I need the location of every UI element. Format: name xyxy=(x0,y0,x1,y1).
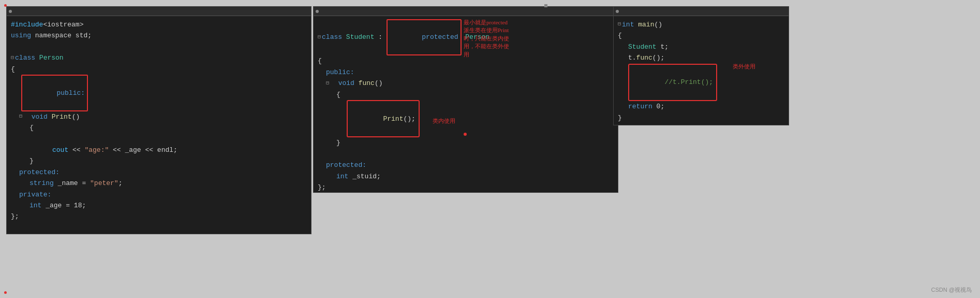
t-var: t; xyxy=(657,41,669,52)
public-keyword: public: xyxy=(56,89,85,97)
void-keyword2: void xyxy=(338,78,359,89)
public-keyword3: public: xyxy=(326,67,354,78)
return-zero: 0; xyxy=(657,101,665,112)
include-keyword: #include xyxy=(11,19,43,30)
brace-open2: { xyxy=(29,122,34,133)
main-func: main xyxy=(638,19,654,30)
int-keyword3: int xyxy=(622,19,638,30)
annotation-inner-use: 类内使用 xyxy=(433,117,455,125)
class-end2: }; xyxy=(318,182,326,193)
stuid-var: _stuid; xyxy=(352,171,381,182)
class-end: }; xyxy=(11,211,19,222)
int-keyword2: int xyxy=(336,171,352,182)
colon-space: : xyxy=(374,32,386,42)
brace-close1: } xyxy=(29,155,34,166)
corner-indicator-tl xyxy=(4,4,7,7)
code-line: cout << "age:" << _age << endl; xyxy=(11,145,307,155)
resize-handle-top[interactable] xyxy=(544,4,547,7)
code-line: public: xyxy=(11,75,307,111)
code-line: t.func(); xyxy=(618,52,784,63)
left-code-body: #include<iostream> using namespace std; … xyxy=(7,16,311,225)
code-line xyxy=(318,149,614,160)
brace-close2: } xyxy=(336,137,340,148)
class-name: Person xyxy=(39,52,64,63)
protected-keyword: protected: xyxy=(19,167,60,178)
left-panel-dot xyxy=(9,10,12,13)
func-name: func xyxy=(359,78,375,89)
code-line xyxy=(11,41,307,52)
commented-print-boxed: //t.Print(); xyxy=(628,64,717,101)
code-line: using namespace std; xyxy=(11,30,307,41)
code-line: } xyxy=(11,155,307,166)
code-line: int _stuid; xyxy=(318,171,614,182)
func-parens2: () xyxy=(375,78,383,89)
print-func: Print xyxy=(52,111,72,122)
brace-open4: { xyxy=(336,89,340,100)
middle-panel-header xyxy=(314,7,618,16)
class-keyword2: class xyxy=(322,32,346,42)
brace-open: { xyxy=(11,64,15,75)
print-parens: (); xyxy=(403,115,415,123)
code-line: }; xyxy=(11,211,307,222)
print-boxed: Print(); xyxy=(347,100,420,137)
public-boxed: public: xyxy=(21,75,88,111)
code-line: ⊟ void Print() xyxy=(11,111,307,122)
code-line: ⊟ int main() xyxy=(618,19,784,30)
collapse-icon: ⊟ xyxy=(326,79,329,88)
code-line: Print(); xyxy=(318,100,614,137)
class-keyword: class xyxy=(15,52,39,63)
code-line: //t.Print(); xyxy=(618,64,784,101)
pipe-indent xyxy=(23,111,32,122)
collapse-icon: ⊟ xyxy=(318,33,321,42)
cout-code2: << _age << endl; xyxy=(109,145,177,155)
left-panel: #include<iostream> using namespace std; … xyxy=(6,6,311,234)
using-keyword: using xyxy=(11,30,31,41)
commented-print: //t.Print(); xyxy=(664,78,713,86)
collapse-icon: ⊟ xyxy=(11,54,14,63)
void-keyword: void xyxy=(32,111,52,122)
code-line: return 0; xyxy=(618,101,784,112)
include-lib: <iostream> xyxy=(43,19,83,30)
red-dot xyxy=(464,133,467,136)
code-line: { xyxy=(318,89,614,100)
left-panel-header xyxy=(7,7,311,16)
collapse-icon: ⊟ xyxy=(618,20,621,29)
peter-string: "peter" xyxy=(90,178,118,189)
corner-indicator-bl xyxy=(4,291,7,294)
right-code-body: ⊟ int main() { Student t; t.func(); //t.… xyxy=(614,16,789,125)
string-keyword: string xyxy=(29,178,58,189)
code-line: { xyxy=(11,122,307,133)
code-line: Student t; xyxy=(618,41,784,52)
middle-code-body: ⊟ class Student : protected Person { pub… xyxy=(314,16,618,193)
semicolon: ; xyxy=(118,178,123,189)
code-line: ⊟ class Person xyxy=(11,52,307,63)
right-panel-header xyxy=(614,7,789,16)
main-parens: () xyxy=(654,19,662,30)
cout-keyword: cout xyxy=(52,145,68,155)
brace-open3: { xyxy=(318,55,322,66)
code-line: int _age = 18; xyxy=(11,200,307,211)
int-keyword: int xyxy=(29,200,46,211)
cout-code: << xyxy=(68,145,84,155)
pipe-indent2 xyxy=(330,78,338,89)
name-var: _name = xyxy=(58,178,90,189)
protected-boxed: protected xyxy=(387,19,462,55)
return-keyword: return xyxy=(628,101,657,112)
code-line: }; xyxy=(318,182,614,193)
brace-close3: } xyxy=(618,112,622,123)
watermark: CSDN @视视鸟 xyxy=(931,286,972,294)
func-parens: () xyxy=(72,111,80,122)
collapse-icon: ⊟ xyxy=(19,112,22,121)
annotation-protected-note: 最小就是protected派生类在使用Print时，只能在类内使用，不能在类外使… xyxy=(464,19,546,59)
namespace-text: namespace std; xyxy=(31,30,92,41)
protected-keyword3: protected: xyxy=(326,160,366,171)
code-line xyxy=(11,133,307,144)
code-line: } xyxy=(318,137,614,148)
code-line: public: xyxy=(318,67,614,78)
code-line: protected: xyxy=(318,160,614,171)
right-panel: ⊟ int main() { Student t; t.func(); //t.… xyxy=(613,6,789,125)
code-line: { xyxy=(618,30,784,41)
student-name: Student xyxy=(346,32,375,42)
watermark-text: CSDN @视视鸟 xyxy=(931,287,972,293)
code-line: private: xyxy=(11,189,307,200)
